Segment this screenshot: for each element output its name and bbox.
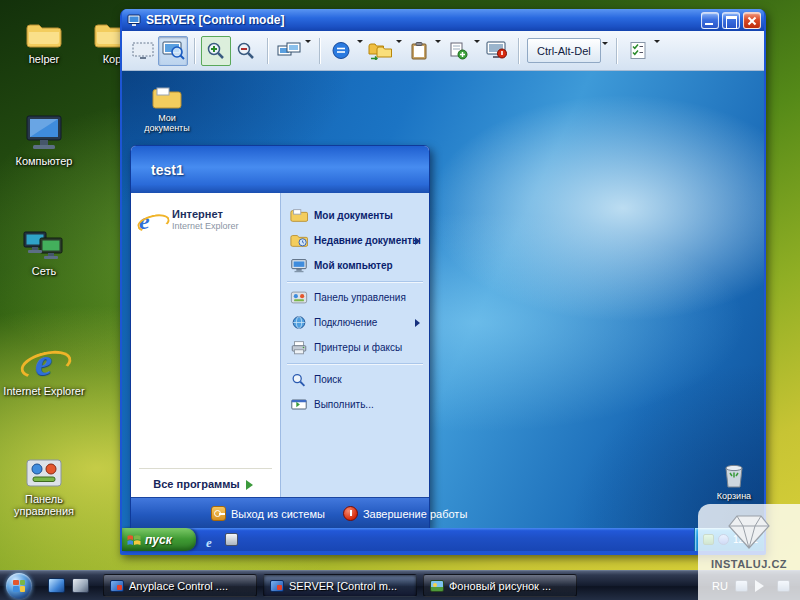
menu-item-label: Поиск xyxy=(314,374,342,385)
zoom-in-icon xyxy=(206,41,226,60)
file-transfer-icon xyxy=(368,41,392,60)
all-programs-label: Все программы xyxy=(153,478,239,490)
show-desktop-icon[interactable] xyxy=(48,578,65,593)
anyplace-control-icon xyxy=(110,580,124,592)
remote-icon-label: Корзина xyxy=(706,491,762,501)
window-toolbar: Ctrl-Alt-Del xyxy=(122,31,764,71)
remote-icon-recycle-bin[interactable]: Корзина xyxy=(706,457,762,501)
remote-install-icon xyxy=(449,41,468,60)
desktop-icon-control-panel[interactable]: Панель управления xyxy=(2,450,86,517)
menu-item-recent-documents[interactable]: Недавние документы xyxy=(281,228,429,253)
window-switcher-icon[interactable] xyxy=(72,578,89,593)
start-menu-footer: Выход из системы Завершение работы xyxy=(131,497,429,528)
watermark-text: INSTALUJ.CZ xyxy=(711,558,787,570)
start-button-label: пуск xyxy=(145,533,172,547)
options-checklist-icon xyxy=(629,41,647,60)
maximize-button[interactable] xyxy=(722,12,740,29)
menu-item-subtitle: Internet Explorer xyxy=(172,221,239,231)
menu-item-my-documents[interactable]: Мои документы xyxy=(281,203,429,228)
connect-icon xyxy=(290,315,308,330)
file-transfer-button[interactable] xyxy=(365,36,395,66)
folder-icon xyxy=(151,85,183,111)
toolbar-separator xyxy=(518,38,519,64)
screen-capture-button[interactable] xyxy=(128,36,158,66)
zoom-out-button[interactable] xyxy=(231,36,261,66)
remote-install-button[interactable] xyxy=(443,36,473,66)
submenu-arrow-icon xyxy=(415,237,424,245)
log-off-button[interactable]: Выход из системы xyxy=(211,506,325,521)
shut-down-button[interactable]: Завершение работы xyxy=(343,506,467,521)
desktop-icon-computer[interactable]: Компьютер xyxy=(2,112,86,167)
view-mode-button[interactable] xyxy=(158,36,188,66)
start-menu-body: e Интернет Internet Explorer Все програм… xyxy=(131,193,429,497)
view-mode-icon xyxy=(162,41,185,60)
menu-item-control-panel[interactable]: Панель управления xyxy=(281,285,429,310)
control-panel-icon xyxy=(2,450,86,490)
remote-icon-label: Мои документы xyxy=(136,113,198,133)
menu-item-label: Подключение xyxy=(314,317,377,328)
ctrl-alt-del-button[interactable]: Ctrl-Alt-Del xyxy=(527,38,601,63)
taskbar-button-label: Фоновый рисунок ... xyxy=(449,580,551,592)
gem-logo-icon xyxy=(726,513,772,551)
menu-item-run[interactable]: Выполнить... xyxy=(281,392,429,417)
instaluj-watermark: INSTALUJ.CZ xyxy=(698,504,800,600)
windows-logo-icon xyxy=(13,580,25,592)
all-programs-button[interactable]: Все программы xyxy=(131,478,280,490)
quicklaunch-icon[interactable] xyxy=(225,533,238,546)
menu-item-connect-to[interactable]: Подключение xyxy=(281,310,429,335)
folder-icon xyxy=(290,208,308,223)
start-orb[interactable] xyxy=(6,573,32,599)
voice-chat-button[interactable] xyxy=(326,36,356,66)
window-titlebar[interactable]: SERVER [Control mode] xyxy=(122,9,764,31)
desktop-icon-network[interactable]: Сеть xyxy=(2,222,86,277)
clipboard-transfer-button[interactable] xyxy=(404,36,434,66)
minimize-button[interactable] xyxy=(701,12,719,29)
screen: helper Кор Компьютер Сеть e Internet Exp… xyxy=(0,0,800,600)
options-button[interactable] xyxy=(623,36,653,66)
menu-item-printers-faxes[interactable]: Принтеры и факсы xyxy=(281,335,429,360)
internet-explorer-quicklaunch-icon[interactable]: e xyxy=(206,533,220,547)
host-taskbar: Anyplace Control .... SERVER [Control m.… xyxy=(0,570,800,600)
recycle-bin-icon xyxy=(722,461,746,489)
remote-icon-my-documents[interactable]: Мои документы xyxy=(136,79,198,133)
toolbar-separator xyxy=(319,38,320,64)
desktop-icon-label: Компьютер xyxy=(2,155,86,167)
control-panel-icon xyxy=(290,290,308,305)
menu-item-my-computer[interactable]: Мой компьютер xyxy=(281,253,429,278)
toolbar-separator xyxy=(267,38,268,64)
separator xyxy=(139,468,272,469)
close-button[interactable] xyxy=(743,12,761,29)
remote-power-button[interactable] xyxy=(482,36,512,66)
menu-item-label: Выполнить... xyxy=(314,399,374,410)
anyplace-control-icon xyxy=(270,580,284,592)
start-menu-username: test1 xyxy=(151,162,184,178)
taskbar-button-wallpaper[interactable]: Фоновый рисунок ... xyxy=(423,574,577,597)
window-icon xyxy=(127,13,141,27)
run-icon xyxy=(290,397,308,412)
menu-item-label: Принтеры и факсы xyxy=(314,342,402,353)
taskbar-button-label: Anyplace Control .... xyxy=(129,580,228,592)
menu-item-label: Недавние документы xyxy=(314,235,421,246)
internet-explorer-icon: e xyxy=(139,208,165,234)
menu-item-internet[interactable]: e Интернет Internet Explorer xyxy=(131,206,280,236)
network-icon xyxy=(22,226,66,262)
shut-down-label: Завершение работы xyxy=(363,508,467,520)
menu-item-label: Мои документы xyxy=(314,210,393,221)
desktop-icon-label: Панель управления xyxy=(2,493,86,517)
taskbar-button-anyplace[interactable]: Anyplace Control .... xyxy=(103,574,257,597)
all-programs-arrow-icon xyxy=(246,480,258,490)
desktop-icon-internet-explorer[interactable]: e Internet Explorer xyxy=(2,342,86,397)
clipboard-icon xyxy=(410,41,428,60)
monitor-select-button[interactable] xyxy=(274,36,304,66)
recent-folder-icon xyxy=(290,233,308,248)
taskbar-button-server[interactable]: SERVER [Control m... xyxy=(263,574,417,597)
menu-item-label: Панель управления xyxy=(314,292,406,303)
computer-icon xyxy=(290,258,308,273)
search-icon xyxy=(290,372,308,387)
menu-item-search[interactable]: Поиск xyxy=(281,367,429,392)
remote-control-window: SERVER [Control mode] xyxy=(120,9,766,555)
folder-icon xyxy=(136,79,198,111)
start-button[interactable]: пуск xyxy=(122,528,196,551)
zoom-in-button[interactable] xyxy=(201,36,231,66)
separator xyxy=(287,363,423,364)
